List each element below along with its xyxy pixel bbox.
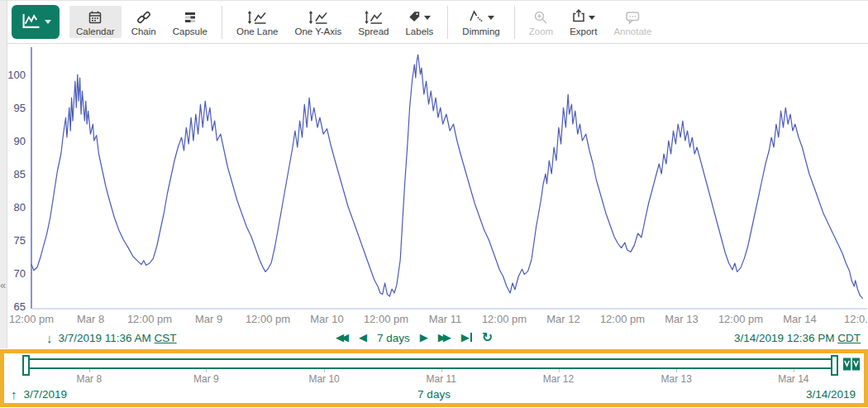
range-slider-right-handle[interactable] (831, 355, 838, 376)
chevron-down-icon (589, 16, 595, 20)
timeline-footer: ↑ 3/7/2019 7 days 3/14/2019 (4, 387, 864, 402)
timezone-link[interactable]: CDT (837, 332, 861, 344)
chart-area[interactable]: 10095908580757065 12:00 pmMar 812:00 pmM… (7, 44, 868, 330)
timeline-tick-label: Mar 14 (778, 373, 808, 385)
trend-view-app: « Calendar (0, 0, 868, 408)
capsule-time-icon (183, 8, 198, 26)
toolbar-button-dimming[interactable]: Dimming (455, 6, 506, 38)
toolbar-divider (447, 6, 448, 39)
duration-label[interactable]: 7 days (377, 332, 410, 344)
range-step-controls: ◀◀ ◀ 7 days ▶ ▶▶ ▶ ↻ (336, 331, 493, 344)
timeline-tick-mark (206, 369, 207, 372)
y-tick-label: 75 (14, 234, 26, 247)
chevron-down-icon (424, 16, 431, 20)
x-tick-label: Mar 10 (310, 313, 343, 325)
investigate-end-date[interactable]: 3/14/2019 (806, 388, 856, 401)
dimming-icon (469, 8, 485, 26)
toolbar-button-one-y-axis[interactable]: One Y-Axis (288, 6, 348, 38)
tag-icon (408, 9, 422, 26)
auto-update-icon[interactable] (842, 357, 861, 372)
toolbar-divider (222, 6, 222, 39)
display-range-start[interactable]: 3/7/2019 11:36 AM CST (59, 332, 177, 344)
timeline-tick-mark (794, 369, 794, 372)
range-start-arrow-icon: ↓ (46, 332, 53, 344)
x-tick-label: 12:00 pm (364, 313, 408, 325)
investigate-range-panel: Mar 8Mar 9Mar 10Mar 11Mar 12Mar 13Mar 14… (0, 349, 868, 407)
toolbar-divider (514, 6, 515, 39)
toolbar-button-capsule[interactable]: Capsule (166, 6, 214, 38)
collapse-chevron-icon[interactable]: « (0, 280, 6, 290)
series-line[interactable] (31, 55, 862, 298)
y-tick-label: 65 (14, 300, 26, 313)
x-tick-label: Mar 9 (195, 313, 222, 325)
display-range-row: ↓ 3/7/2019 11:36 AM CST ◀◀ ◀ 7 days ▶ ▶▶… (0, 330, 868, 348)
refresh-button[interactable]: ↻ (482, 331, 493, 344)
x-tick-label: 12:00 pm (482, 313, 527, 325)
timeline-tick-mark (559, 369, 560, 372)
toolbar-button-chain[interactable]: Chain (125, 6, 163, 38)
y-tick-label: 95 (14, 102, 26, 114)
step-forward-button[interactable]: ▶ (420, 331, 428, 344)
timeline-tick-label: Mar 12 (543, 373, 574, 385)
zoom-magnifier-icon (533, 8, 548, 26)
x-tick-label: Mar 13 (665, 313, 698, 325)
x-tick-label: 12:00 pm (600, 313, 645, 325)
y-axis-labels: 10095908580757065 (7, 69, 26, 313)
x-tick-label: Mar 12 (546, 313, 579, 325)
y-tick-label: 70 (14, 267, 26, 280)
timeline-tick-mark (441, 369, 442, 372)
step-back-many-button[interactable]: ◀◀ (336, 331, 349, 344)
step-forward-many-button[interactable]: ▶▶ (438, 331, 451, 344)
x-axis-labels: 12:00 pmMar 812:00 pmMar 912:00 pmMar 10… (9, 313, 868, 325)
trend-view-dropdown-button[interactable] (12, 5, 60, 39)
trend-chart-svg: 10095908580757065 12:00 pmMar 812:00 pmM… (7, 44, 868, 330)
timeline-tick-label: Mar 13 (661, 373, 691, 385)
timeline-tick-mark (324, 369, 325, 372)
end-bar (470, 333, 472, 342)
timezone-link[interactable]: CST (155, 332, 177, 344)
trend-icon (21, 12, 42, 32)
display-range-end[interactable]: 3/14/2019 12:36 PM CDT (734, 332, 861, 344)
chevron-down-icon (45, 20, 51, 24)
one-lane-icon (246, 8, 268, 26)
x-tick-label: 12:00 pm (718, 313, 763, 325)
x-tick-label: 12:0... (844, 313, 868, 325)
step-back-button[interactable]: ◀ (359, 331, 367, 344)
timeline-tick-mark (676, 369, 677, 372)
calendar-icon (88, 8, 103, 26)
x-tick-label: 12:00 pm (127, 313, 172, 325)
toolbar-button-annotate: Annotate (607, 6, 658, 38)
range-slider-track[interactable] (25, 358, 838, 369)
investigate-duration-label[interactable]: 7 days (4, 388, 864, 401)
y-tick-label: 100 (7, 69, 26, 81)
toolbar-label: One Lane (236, 26, 279, 36)
step-to-end-button[interactable]: ▶ (461, 331, 472, 344)
toolbar: Calendar Chain (7, 1, 868, 44)
toolbar-button-export[interactable]: Export (563, 6, 603, 38)
toolbar-label: Annotate (613, 26, 651, 36)
y-tick-label: 80 (14, 201, 26, 214)
toolbar-button-one-lane[interactable]: One Lane (230, 6, 285, 38)
spread-icon (364, 8, 384, 26)
toolbar-label: Zoom (529, 26, 553, 36)
toolbar-label: Labels (405, 26, 433, 36)
toolbar-label: One Y-Axis (294, 26, 341, 36)
timeline-tick-label: Mar 8 (76, 373, 102, 385)
toolbar-button-calendar[interactable]: Calendar (69, 6, 122, 38)
x-tick-label: 12:00 pm (9, 313, 54, 325)
y-tick-label: 85 (14, 168, 26, 180)
toolbar-buttons: Calendar Chain (68, 2, 660, 41)
x-tick-label: 12:00 pm (246, 313, 290, 325)
toolbar-label: Spread (358, 26, 389, 36)
chain-icon (136, 8, 151, 26)
timeline-tick-label: Mar 11 (427, 373, 456, 385)
timeline-tick-mark (89, 369, 90, 372)
x-tick-label: Mar 8 (77, 313, 104, 325)
toolbar-button-labels[interactable]: Labels (398, 6, 440, 38)
x-tick-label: Mar 14 (783, 313, 816, 325)
speech-bubble-icon (625, 8, 641, 26)
timeline-tick-label: Mar 10 (308, 373, 339, 385)
range-slider-left-handle[interactable] (22, 355, 30, 376)
toolbar-button-spread[interactable]: Spread (351, 6, 395, 38)
toolbar-label: Calendar (76, 26, 115, 36)
